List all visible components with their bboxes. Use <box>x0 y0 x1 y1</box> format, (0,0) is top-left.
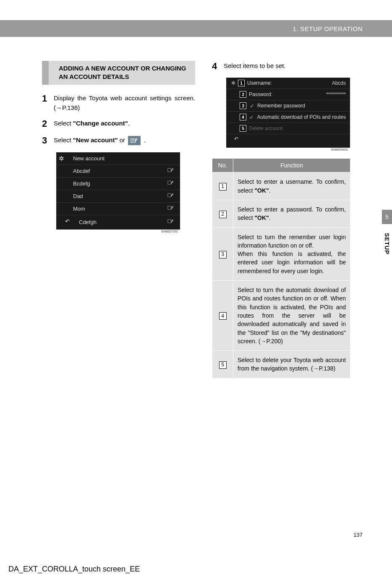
back-row: ↶ <box>226 134 350 148</box>
row-desc: Select to turn the remember user login i… <box>233 227 350 280</box>
step-number: 2 <box>42 118 54 129</box>
step-3: 3 Select "New account" or . <box>42 135 195 146</box>
callout-3: 3 <box>240 102 246 109</box>
svg-rect-1 <box>168 168 171 172</box>
image-code: EN6027DC <box>56 230 180 233</box>
footer-text: DA_EXT_COROLLA_touch screen_EE <box>8 565 140 574</box>
step-number: 4 <box>212 61 224 72</box>
text: Select <box>54 120 73 127</box>
step-body: Select "New account" or . <box>54 135 195 145</box>
step-2: 2 Select "Change account". <box>42 118 195 129</box>
screenshot-account-list: ✲ New account Abcdef Bcdefg Dad Mom ↶ Cd… <box>56 152 180 230</box>
label: Password: <box>249 91 272 97</box>
step-body: Select items to be set. <box>224 61 365 70</box>
step-number: 1 <box>42 93 54 104</box>
callout-2: 2 <box>219 211 227 218</box>
arrow-icon: → <box>260 338 266 345</box>
step-body: Select "Change account". <box>54 118 195 128</box>
bold-text: "New account" <box>73 136 118 144</box>
edit-icon <box>167 168 174 174</box>
svg-rect-5 <box>168 219 171 223</box>
label: Delete account <box>249 125 282 131</box>
label: New account <box>73 155 105 162</box>
screenshot-account-settings: ✲ 1 Username: Abcds 2 Password: ********… <box>226 78 350 148</box>
text: . <box>269 187 271 194</box>
list-item: Dad <box>56 190 180 203</box>
label: Automatic download of POIs and routes <box>257 114 346 120</box>
subheading: ADDING A NEW ACCOUNT OR CHANGING AN ACCO… <box>42 61 195 85</box>
breadcrumb: 1. SETUP OPERATION <box>293 25 363 32</box>
arrow-icon: → <box>56 104 62 111</box>
setting-row-password: 2 Password: ********** <box>226 89 350 100</box>
chapter-label: SETUP <box>384 233 390 255</box>
callout-4: 4 <box>240 114 246 120</box>
setting-row-delete: 5 Delete account <box>226 123 350 134</box>
function-table: No. Function 1 Select to enter a usernam… <box>212 158 350 378</box>
callout-5: 5 <box>219 361 227 369</box>
row-desc: Select to turn the automatic download of… <box>233 281 350 351</box>
image-code: EN6054DC <box>226 148 350 151</box>
row-desc: Select to delete your Toyota web account… <box>233 351 350 378</box>
table-header-row: No. Function <box>212 159 350 172</box>
bold-text: "OK" <box>254 187 269 194</box>
table-row: 2 Select to enter a password. To confirm… <box>212 200 350 227</box>
row-num-cell: 3 <box>212 227 233 280</box>
edit-icon <box>167 206 174 212</box>
callout-2: 2 <box>240 91 246 98</box>
header-band: 1. SETUP OPERATION <box>0 20 392 37</box>
text: When this function is activated, the ent… <box>238 251 346 274</box>
step-body: Display the Toyota web account settings … <box>54 93 195 113</box>
edit-icon <box>128 136 141 145</box>
list-item: Bcdefg <box>56 177 180 190</box>
svg-rect-3 <box>168 193 171 197</box>
chapter-tab: 5 <box>382 210 392 224</box>
text: . <box>142 136 145 144</box>
bold-text: "OK" <box>254 214 269 221</box>
table-row: 3 Select to turn the remember user login… <box>212 227 350 280</box>
row-num-cell: 5 <box>212 351 233 378</box>
header-no: No. <box>212 159 233 172</box>
setting-row-autodownload: 4 ✓ Automatic download of POIs and route… <box>226 112 350 123</box>
label: Mom <box>73 206 85 212</box>
gear-icon: ✲ <box>231 80 235 86</box>
subheading-bar <box>42 61 49 85</box>
table-row: 4 Select to turn the automatic download … <box>212 281 350 351</box>
callout-3: 3 <box>219 251 227 258</box>
text: . <box>128 120 130 127</box>
text: . <box>269 214 271 221</box>
row-num-cell: 1 <box>212 172 233 200</box>
left-column: ADDING A NEW ACCOUNT OR CHANGING AN ACCO… <box>42 61 195 378</box>
bold-text: "Change account" <box>73 120 128 127</box>
list-item: Abcdef <box>56 165 180 177</box>
callout-5: 5 <box>240 125 246 132</box>
svg-rect-4 <box>168 206 171 209</box>
label: Dad <box>73 193 83 199</box>
text: Select to turn the remember user login i… <box>238 234 346 249</box>
subheading-text: ADDING A NEW ACCOUNT OR CHANGING AN ACCO… <box>56 61 195 85</box>
edit-icon <box>167 180 174 187</box>
content-area: ADDING A NEW ACCOUNT OR CHANGING AN ACCO… <box>42 61 365 378</box>
setting-row-username: ✲ 1 Username: Abcds <box>226 78 350 89</box>
row-num-cell: 2 <box>212 200 233 227</box>
text: Select <box>54 136 73 144</box>
list-item: Mom <box>56 203 180 215</box>
callout-4: 4 <box>219 312 227 320</box>
svg-rect-2 <box>168 181 171 184</box>
row-desc: Select to enter a password. To confirm, … <box>233 200 350 227</box>
setting-row-remember: 3 ✓ Remember password <box>226 100 350 112</box>
text: P.138) <box>319 365 335 372</box>
step-4: 4 Select items to be set. <box>212 61 365 72</box>
step-1: 1 Display the Toyota web account setting… <box>42 93 195 113</box>
label: Abcdef <box>73 168 90 174</box>
value: ********** <box>326 91 346 97</box>
page-number: 137 <box>353 532 363 538</box>
check-icon: ✓ <box>249 114 255 120</box>
table-row: 5 Select to delete your Toyota web accou… <box>212 351 350 378</box>
value: Abcds <box>332 80 346 86</box>
step-number: 3 <box>42 135 54 146</box>
label: Bcdefg <box>73 180 90 187</box>
back-icon: ↶ <box>230 136 242 144</box>
right-column: 4 Select items to be set. ✲ 1 Username: … <box>212 61 365 378</box>
list-item-back-row: ↶ Cdefgh <box>56 215 180 230</box>
header-function: Function <box>233 159 350 172</box>
